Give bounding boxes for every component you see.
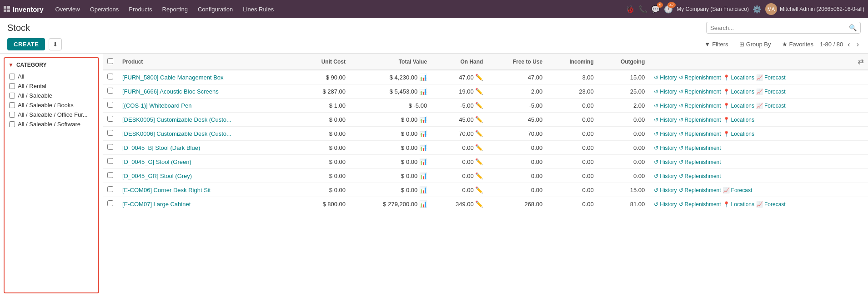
action-history-button[interactable]: ↺ History [654,89,677,95]
action-replenishment-button[interactable]: ↺ Replenishment [679,117,721,123]
action-history-button[interactable]: ↺ History [654,117,677,123]
action-history-button[interactable]: ↺ History [654,173,677,179]
edit-on-hand-icon[interactable]: ✏️ [475,172,483,179]
action-locations-button[interactable]: 📍 Locations [723,74,754,81]
product-link[interactable]: [FURN_5800] Cable Management Box [122,74,224,81]
action-replenishment-button[interactable]: ↺ Replenishment [679,89,721,95]
filters-button[interactable]: ▼ Filters [702,39,731,50]
chat-icon[interactable]: 💬5 [651,5,660,14]
settings-icon[interactable]: ⚙️ [753,5,762,14]
action-history-button[interactable]: ↺ History [654,201,677,208]
edit-on-hand-icon[interactable]: ✏️ [475,186,483,193]
checkbox-office-fur[interactable] [9,112,15,118]
action-replenishment-button[interactable]: ↺ Replenishment [679,131,721,137]
sidebar-item-saleable[interactable]: All / Saleable [8,91,95,100]
product-link[interactable]: [E-COM06] Corner Desk Right Sit [122,187,211,193]
phone-icon[interactable]: 📞 [638,5,647,14]
action-locations-button[interactable]: 📍 Locations [723,131,754,137]
edit-on-hand-icon[interactable]: ✏️ [475,158,483,165]
action-replenishment-button[interactable]: ↺ Replenishment [679,159,721,165]
edit-on-hand-icon[interactable]: ✏️ [475,200,483,208]
chart-icon[interactable]: 📊 [417,186,427,193]
product-link[interactable]: [FURN_6666] Acoustic Bloc Screens [122,88,219,95]
edit-on-hand-icon[interactable]: ✏️ [475,116,483,123]
action-locations-button[interactable]: 📍 Locations [723,117,754,123]
checkbox-software[interactable] [9,121,15,127]
action-locations-button[interactable]: 📍 Locations [723,201,754,208]
next-page-button[interactable]: › [855,40,861,50]
row-checkbox[interactable] [107,88,113,94]
chart-icon[interactable]: 📊 [417,116,427,123]
product-link[interactable]: [DESK0005] Customizable Desk (Custo... [122,116,231,123]
edit-on-hand-icon[interactable]: ✏️ [475,144,483,151]
action-forecast-button[interactable]: 📈 Forecast [723,187,753,193]
menu-lines-rules[interactable]: Lines Rules [238,4,278,15]
action-forecast-button[interactable]: 📈 Forecast [756,89,786,95]
checkbox-rental[interactable] [9,83,15,89]
row-checkbox[interactable] [107,130,113,136]
row-checkbox[interactable] [107,74,113,79]
search-icon[interactable]: 🔍 [849,24,857,31]
row-checkbox[interactable] [107,186,113,192]
menu-configuration[interactable]: Configuration [193,4,237,15]
action-history-button[interactable]: ↺ History [654,74,677,81]
product-link[interactable]: [D_0045_G] Stool (Green) [122,158,191,165]
sidebar-item-rental[interactable]: All / Rental [8,81,95,91]
action-history-button[interactable]: ↺ History [654,145,677,151]
groupby-button[interactable]: ⊞ Group By [737,39,774,50]
action-replenishment-button[interactable]: ↺ Replenishment [679,173,721,179]
action-replenishment-button[interactable]: ↺ Replenishment [679,187,721,193]
menu-reporting[interactable]: Reporting [158,4,192,15]
sidebar-item-software[interactable]: All / Saleable / Software [8,119,95,129]
row-checkbox[interactable] [107,116,113,122]
chart-icon[interactable]: 📊 [417,74,427,81]
chart-icon[interactable]: 📊 [417,172,427,179]
row-checkbox[interactable] [107,200,113,206]
product-link[interactable]: [D_0045_B] Stool (Dark Blue) [122,144,200,151]
row-checkbox[interactable] [107,158,113,164]
app-logo[interactable]: Inventory [4,5,47,13]
company-name[interactable]: My Company (San Francisco) [677,6,749,12]
prev-page-button[interactable]: ‹ [846,40,852,50]
action-history-button[interactable]: ↺ History [654,131,677,137]
create-button[interactable]: CREATE [7,38,45,50]
action-replenishment-button[interactable]: ↺ Replenishment [679,201,721,208]
search-input[interactable] [710,25,849,31]
menu-operations[interactable]: Operations [85,4,124,15]
product-link[interactable]: [E-COM07] Large Cabinet [122,201,191,208]
menu-products[interactable]: Products [124,4,156,15]
chart-icon[interactable]: 📊 [417,144,427,151]
sidebar-item-all[interactable]: All [8,72,95,81]
menu-overview[interactable]: Overview [51,4,85,15]
chart-icon[interactable]: 📊 [417,200,427,208]
product-link[interactable]: [D_0045_GR] Stool (Grey) [122,173,192,179]
action-replenishment-button[interactable]: ↺ Replenishment [679,103,721,109]
favorites-button[interactable]: ★ Favorites [779,39,816,50]
checkbox-saleable[interactable] [9,93,15,99]
chart-icon[interactable]: 📊 [417,158,427,165]
select-all-checkbox[interactable] [107,58,113,64]
sidebar-item-books[interactable]: All / Saleable / Books [8,100,95,110]
action-forecast-button[interactable]: 📈 Forecast [756,201,786,208]
action-locations-button[interactable]: 📍 Locations [723,89,754,95]
product-link[interactable]: [(COS-1)] Whiteboard Pen [122,102,191,109]
select-all-header[interactable] [103,54,118,70]
action-forecast-button[interactable]: 📈 Forecast [756,74,786,81]
action-history-button[interactable]: ↺ History [654,159,677,165]
action-forecast-button[interactable]: 📈 Forecast [756,103,786,109]
product-link[interactable]: [DESK0006] Customizable Desk (Custo... [122,130,231,137]
checkbox-books[interactable] [9,102,15,108]
action-locations-button[interactable]: 📍 Locations [723,103,754,109]
action-history-button[interactable]: ↺ History [654,103,677,109]
clock-icon[interactable]: 🕐47 [664,5,673,14]
sidebar-item-office-fur[interactable]: All / Saleable / Office Fur... [8,110,95,119]
bug-icon[interactable]: 🐞 [626,5,635,14]
chart-icon[interactable]: 📊 [417,130,427,137]
edit-on-hand-icon[interactable]: ✏️ [475,74,483,81]
action-replenishment-button[interactable]: ↺ Replenishment [679,145,721,151]
edit-on-hand-icon[interactable]: ✏️ [475,130,483,137]
row-checkbox[interactable] [107,102,113,108]
download-button[interactable]: ⬇ [49,38,62,50]
row-checkbox[interactable] [107,172,113,178]
edit-on-hand-icon[interactable]: ✏️ [475,88,483,95]
